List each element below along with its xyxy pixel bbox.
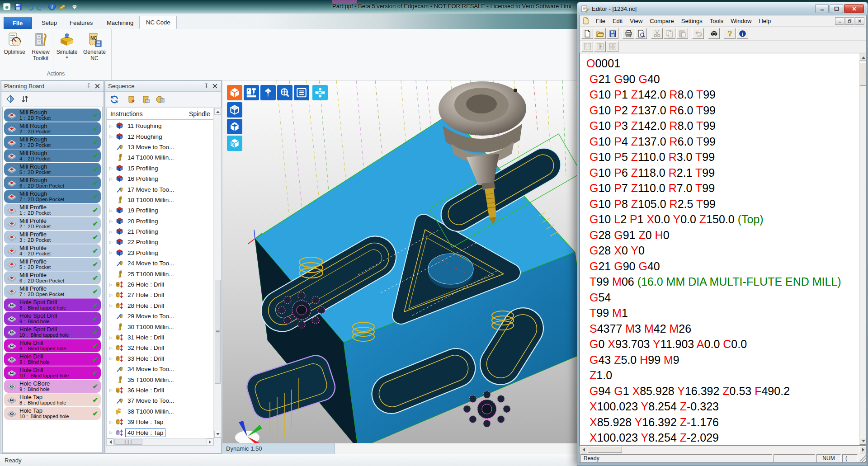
sequence-item[interactable]: 24 Move to Too...: [107, 258, 213, 268]
scroll-left-icon[interactable]: [580, 446, 587, 453]
sequence-item[interactable]: 30 T1000 Millin...: [107, 321, 213, 332]
sequence-item[interactable]: ▷40 Hole : Tap: [107, 427, 213, 438]
expand-arrow-icon[interactable]: ▷: [109, 303, 115, 308]
new-file-icon[interactable]: [581, 28, 593, 39]
expand-arrow-icon[interactable]: ▷: [109, 219, 115, 223]
planning-item[interactable]: Hole Tap8 : Blind tapped hole✔: [4, 393, 101, 406]
close-icon[interactable]: [211, 83, 218, 90]
ribbon-button-optimise[interactable]: Optimise: [3, 30, 26, 55]
planning-item[interactable]: Mill Profile1 : 2D Pocket✔: [4, 203, 101, 217]
sequence-item[interactable]: ▷28 Hole : Drill: [107, 301, 213, 311]
sequence-item[interactable]: ▷19 Profiling: [107, 205, 213, 216]
sequence-item[interactable]: 18 T1000 Millin...: [107, 195, 213, 205]
print-icon[interactable]: [623, 28, 634, 39]
scroll-up-icon[interactable]: [859, 54, 867, 61]
planning-item[interactable]: Hole Spot Drill9 : Blind hole✔: [4, 312, 101, 325]
planning-item[interactable]: Hole Drill8 : Blind tapped hole✔: [4, 339, 101, 352]
dropdown-caret-icon[interactable]: ▼: [65, 56, 69, 60]
info-icon[interactable]: i: [47, 2, 57, 12]
expand-arrow-icon[interactable]: ▷: [109, 208, 115, 213]
menu-compare[interactable]: Compare: [646, 17, 677, 25]
solid-view-icon[interactable]: [227, 119, 242, 134]
menu-settings[interactable]: Settings: [678, 17, 706, 25]
planning-item[interactable]: Mill Rough5 : 2D Pocket✔: [4, 163, 101, 176]
toolpath-info-icon[interactable]: [155, 94, 166, 105]
close-button[interactable]: [844, 4, 864, 13]
planning-item[interactable]: Mill Rough6 : 2D Open Pocket✔: [4, 176, 101, 189]
find-icon[interactable]: [708, 28, 720, 39]
sequence-item[interactable]: ▷11 Roughing: [107, 121, 213, 131]
maximize-button[interactable]: [830, 4, 843, 13]
toolpath-doc-icon[interactable]: [141, 94, 151, 105]
sequence-item[interactable]: ▷39 Hole : Tap: [107, 417, 213, 427]
scroll-right-icon[interactable]: [207, 438, 213, 445]
sequence-item[interactable]: 34 Move to Too...: [107, 364, 213, 374]
machine-view-icon[interactable]: [244, 85, 259, 100]
planning-item[interactable]: Hole CBore9 : Blind hole✔: [4, 380, 101, 393]
sequence-vertical-scrollbar[interactable]: ≡: [214, 108, 222, 438]
planning-item[interactable]: Mill Profile4 : 2D Pocket✔: [4, 244, 101, 257]
editor-vertical-scrollbar[interactable]: [859, 53, 867, 445]
menu-tools[interactable]: Tools: [706, 17, 727, 25]
planning-item[interactable]: Mill Profile2 : 2D Pocket✔: [4, 217, 101, 230]
planning-item[interactable]: Mill Rough3 : 2D Pocket✔: [4, 136, 101, 149]
expand-arrow-icon[interactable]: ▷: [109, 124, 115, 128]
expand-arrow-icon[interactable]: ▷: [109, 356, 115, 361]
sequence-item[interactable]: ▷15 Profiling: [107, 163, 213, 174]
column-instructions[interactable]: Instructions: [107, 110, 186, 118]
undo-icon[interactable]: [24, 2, 34, 12]
scrollbar-thumb[interactable]: ║║║: [114, 439, 142, 445]
scroll-down-icon[interactable]: [214, 431, 221, 438]
close-icon[interactable]: [94, 83, 101, 90]
sequence-item[interactable]: 25 T1000 Millin...: [107, 268, 213, 279]
sequence-item[interactable]: ▷27 Hole : Drill: [107, 290, 213, 300]
tab-features[interactable]: Features: [63, 17, 99, 29]
planning-item[interactable]: Mill Rough4 : 2D Pocket✔: [4, 149, 101, 162]
pin-icon[interactable]: [85, 83, 92, 90]
edgecam-logo[interactable]: e: [2, 2, 12, 12]
sequence-item[interactable]: 37 Move to Too...: [107, 395, 213, 406]
about-icon[interactable]: i: [736, 28, 748, 39]
planning-item[interactable]: Mill Profile5 : 2D Pocket✔: [4, 258, 101, 271]
planning-item[interactable]: Mill Rough2 : 2D Pocket✔: [4, 122, 101, 135]
sequence-item[interactable]: ▷26 Hole : Drill: [107, 279, 213, 290]
save-file-icon[interactable]: [607, 28, 618, 39]
tab-setup[interactable]: Setup: [35, 17, 63, 29]
expand-arrow-icon[interactable]: ▷: [109, 388, 115, 392]
code-editor-area[interactable]: O0001G21 G90 G40G10 P1 Z142.0 R8.0 T99G1…: [580, 53, 867, 446]
menu-help[interactable]: Help: [755, 17, 774, 25]
editor-horizontal-scrollbar[interactable]: [580, 446, 867, 453]
planning-item[interactable]: Hole Drill10 : Blind tapped hole✔: [4, 366, 101, 379]
scroll-up-icon[interactable]: [214, 108, 221, 115]
expand-arrow-icon[interactable]: ▷: [109, 293, 115, 297]
expand-arrow-icon[interactable]: ▷: [109, 230, 115, 234]
open-file-icon[interactable]: [594, 28, 606, 39]
nc-code-text[interactable]: O0001G21 G90 G40G10 P1 Z142.0 R8.0 T99G1…: [580, 53, 859, 445]
sequence-item[interactable]: ▷16 Profiling: [107, 174, 213, 184]
ribbon-button-review-toolkit[interactable]: ReviewToolkit: [28, 30, 53, 61]
stock-view-icon[interactable]: [227, 102, 242, 118]
menu-view[interactable]: View: [626, 17, 646, 25]
planning-item[interactable]: Hole Drill9 : Blind hole✔: [4, 353, 101, 366]
pin-icon[interactable]: [203, 83, 210, 90]
menu-file[interactable]: File: [592, 17, 609, 25]
help-icon[interactable]: ?: [724, 28, 736, 39]
expand-arrow-icon[interactable]: ▷: [109, 166, 115, 170]
planning-item[interactable]: Mill Profile7 : 2D Open Pocket✔: [4, 285, 101, 298]
sequence-item[interactable]: ▷23 Profiling: [107, 248, 213, 258]
planning-item[interactable]: Hole Spot Drill8 : Blind tapped hole✔: [4, 298, 101, 311]
sequence-item[interactable]: 29 Move to Too...: [107, 311, 213, 321]
shaded-view-icon[interactable]: [227, 85, 242, 100]
redo-icon[interactable]: [36, 2, 46, 12]
toolpath-star-icon[interactable]: [126, 94, 137, 105]
planning-item[interactable]: Hole Spot Drill10 : Blind tapped hole✔: [4, 325, 101, 339]
pattern-view-icon[interactable]: [312, 85, 328, 100]
resize-grip[interactable]: [860, 454, 866, 462]
expand-arrow-icon[interactable]: ▷: [109, 346, 115, 350]
child-close-button[interactable]: [855, 17, 864, 25]
sequence-item[interactable]: ▷21 Profi­ling: [107, 226, 213, 237]
expand-arrow-icon[interactable]: ▷: [109, 134, 115, 139]
sequence-item[interactable]: 17 Move to Too...: [107, 184, 213, 194]
toolbar-options-icon[interactable]: [70, 2, 80, 12]
feature-list-icon[interactable]: [294, 85, 309, 100]
